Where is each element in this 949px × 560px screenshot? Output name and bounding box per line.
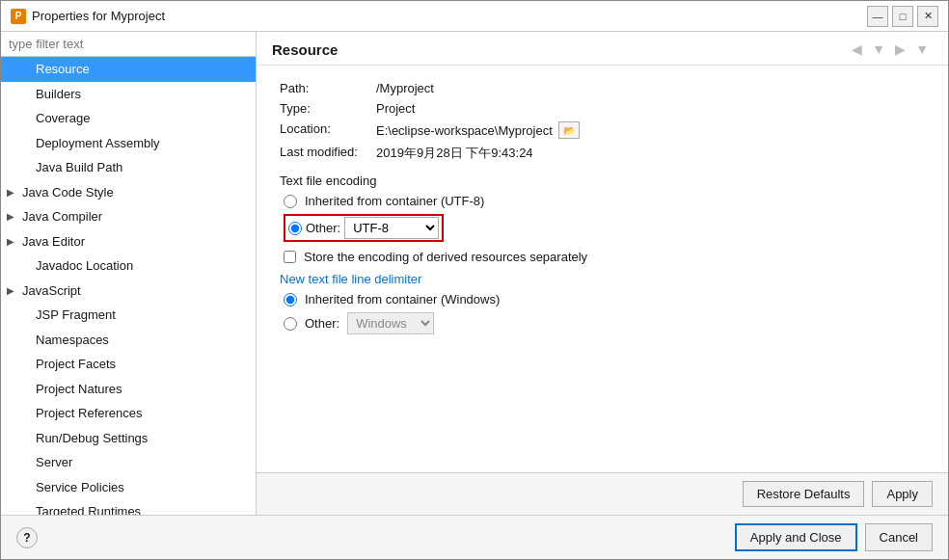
title-bar-left: P Properties for Myproject	[11, 9, 165, 24]
bottom-action-bar: Restore Defaults Apply	[257, 472, 948, 515]
right-panel: Resource ◀ ▼ ▶ ▼ Path: /Myproject Type: …	[257, 32, 948, 515]
last-modified-value: 2019年9月28日 下午9:43:24	[376, 145, 533, 162]
sidebar-item-label-targeted-runtimes: Targeted Runtimes	[36, 502, 248, 515]
path-label: Path:	[280, 81, 376, 95]
encoding-other-radio[interactable]	[288, 222, 302, 235]
location-label: Location:	[280, 121, 376, 136]
sidebar-item-label-javadoc-location: Javadoc Location	[36, 256, 248, 276]
back-button[interactable]: ◀	[848, 40, 866, 59]
encoding-other-highlight: Other: UTF-8UTF-16ISO-8859-1US-ASCII	[284, 214, 444, 242]
tree-container: ResourceBuildersCoverageDeployment Assem…	[1, 57, 256, 515]
main-content: ResourceBuildersCoverageDeployment Assem…	[1, 32, 948, 515]
encoding-select[interactable]: UTF-8UTF-16ISO-8859-1US-ASCII	[344, 217, 439, 239]
sidebar-item-targeted-runtimes[interactable]: Targeted Runtimes	[1, 499, 256, 515]
last-modified-row: Last modified: 2019年9月28日 下午9:43:24	[280, 145, 925, 162]
right-title: Resource	[272, 41, 338, 58]
apply-and-close-button[interactable]: Apply and Close	[735, 523, 857, 551]
delimiter-radio2-row: Other: WindowsUnixMac OS X	[284, 312, 925, 334]
sidebar-item-run-debug-settings[interactable]: Run/Debug Settings	[1, 426, 256, 451]
path-row: Path: /Myproject	[280, 81, 925, 95]
type-row: Type: Project	[280, 101, 925, 116]
line-delimiter-section-title: New text file line delimiter	[280, 272, 925, 286]
delimiter-radio1-row: Inherited from container (Windows)	[284, 292, 925, 307]
encoding-inherited-radio[interactable]	[284, 195, 297, 208]
title-controls: — □ ✕	[867, 6, 938, 27]
encoding-other-label[interactable]: Other:	[306, 221, 340, 235]
restore-defaults-button[interactable]: Restore Defaults	[743, 481, 865, 507]
text-encoding-section-title: Text file encoding	[280, 173, 925, 188]
sidebar-item-java-editor[interactable]: ▶Java Editor	[1, 229, 256, 254]
sidebar-item-label-builders: Builders	[36, 85, 248, 104]
forward-dropdown-button[interactable]: ▼	[911, 40, 933, 59]
type-label: Type:	[280, 101, 376, 116]
delimiter-select[interactable]: WindowsUnixMac OS X	[347, 312, 434, 334]
sidebar-item-label-jsp-fragment: JSP Fragment	[36, 306, 248, 325]
sidebar-item-deployment-assembly[interactable]: Deployment Assembly	[1, 131, 256, 156]
dialog-icon: P	[11, 9, 26, 24]
apply-button[interactable]: Apply	[872, 481, 933, 507]
cancel-button[interactable]: Cancel	[865, 523, 933, 551]
sidebar-item-java-code-style[interactable]: ▶Java Code Style	[1, 180, 256, 205]
expand-arrow-javascript: ▶	[7, 283, 18, 298]
sidebar-item-project-references[interactable]: Project References	[1, 401, 256, 426]
location-browse-button[interactable]: 📂	[558, 121, 580, 139]
sidebar-item-label-java-compiler: Java Compiler	[22, 207, 248, 227]
sidebar-item-project-facets[interactable]: Project Facets	[1, 352, 256, 377]
maximize-button[interactable]: □	[892, 6, 913, 27]
location-text: E:\eclipse-workspace\Myproject	[376, 123, 553, 138]
help-button[interactable]: ?	[16, 527, 38, 548]
sidebar-item-label-coverage: Coverage	[36, 109, 248, 128]
encoding-radio1-row: Inherited from container (UTF-8)	[284, 194, 925, 208]
back-dropdown-button[interactable]: ▼	[868, 40, 889, 59]
sidebar-item-java-build-path[interactable]: Java Build Path	[1, 155, 256, 180]
sidebar-item-label-java-build-path: Java Build Path	[36, 158, 248, 177]
delimiter-inherited-radio[interactable]	[284, 293, 297, 307]
filter-input[interactable]	[1, 32, 256, 57]
derived-encoding-checkbox[interactable]	[284, 251, 296, 263]
sidebar-item-javadoc-location[interactable]: Javadoc Location	[1, 253, 256, 279]
sidebar-item-label-service-policies: Service Policies	[36, 478, 248, 497]
sidebar-item-label-resource: Resource	[36, 60, 248, 79]
sidebar-item-jsp-fragment[interactable]: JSP Fragment	[1, 303, 256, 328]
expand-arrow-java-code-style: ▶	[7, 185, 18, 200]
right-header: Resource ◀ ▼ ▶ ▼	[257, 32, 948, 66]
delimiter-inherited-label[interactable]: Inherited from container (Windows)	[305, 292, 500, 307]
sidebar-item-service-policies[interactable]: Service Policies	[1, 475, 256, 500]
sidebar-item-label-server: Server	[36, 453, 248, 472]
sidebar-item-java-compiler[interactable]: ▶Java Compiler	[1, 204, 256, 229]
location-row: Location: E:\eclipse-workspace\Myproject…	[280, 121, 925, 139]
sidebar-item-server[interactable]: Server	[1, 450, 256, 475]
right-body: Path: /Myproject Type: Project Location:…	[257, 66, 948, 472]
expand-arrow-java-compiler: ▶	[7, 209, 18, 224]
sidebar-item-label-namespaces: Namespaces	[36, 331, 248, 350]
delimiter-radio-group: Inherited from container (Windows) Other…	[284, 292, 925, 334]
dialog-action-buttons: Apply and Close Cancel	[735, 523, 933, 551]
encoding-radio-group: Inherited from container (UTF-8) Other: …	[284, 194, 925, 242]
sidebar-item-label-deployment-assembly: Deployment Assembly	[36, 134, 248, 153]
delimiter-other-radio[interactable]	[284, 317, 297, 331]
sidebar-item-project-natures[interactable]: Project Natures	[1, 377, 256, 402]
path-value: /Myproject	[376, 81, 434, 95]
sidebar-item-label-java-code-style: Java Code Style	[22, 183, 248, 202]
left-panel: ResourceBuildersCoverageDeployment Assem…	[1, 32, 257, 515]
type-value: Project	[376, 101, 415, 116]
sidebar-item-label-java-editor: Java Editor	[22, 232, 248, 252]
forward-button[interactable]: ▶	[891, 40, 909, 59]
sidebar-item-javascript[interactable]: ▶JavaScript	[1, 279, 256, 304]
encoding-inherited-label[interactable]: Inherited from container (UTF-8)	[305, 194, 484, 208]
sidebar-item-label-javascript: JavaScript	[22, 281, 248, 301]
title-bar: P Properties for Myproject — □ ✕	[1, 1, 948, 32]
sidebar-item-label-project-natures: Project Natures	[36, 380, 248, 399]
minimize-button[interactable]: —	[867, 6, 888, 27]
sidebar-item-builders[interactable]: Builders	[1, 82, 256, 107]
sidebar-item-label-project-facets: Project Facets	[36, 355, 248, 374]
derived-encoding-label[interactable]: Store the encoding of derived resources …	[304, 250, 587, 264]
dialog-bottom-bar: ? Apply and Close Cancel	[1, 515, 948, 559]
location-value: E:\eclipse-workspace\Myproject 📂	[376, 121, 580, 139]
delimiter-other-label[interactable]: Other:	[305, 316, 339, 331]
close-button[interactable]: ✕	[917, 6, 938, 27]
sidebar-item-namespaces[interactable]: Namespaces	[1, 328, 256, 353]
encoding-radio2-row: Other: UTF-8UTF-16ISO-8859-1US-ASCII	[284, 214, 925, 242]
sidebar-item-resource[interactable]: Resource	[1, 57, 256, 82]
sidebar-item-coverage[interactable]: Coverage	[1, 106, 256, 131]
